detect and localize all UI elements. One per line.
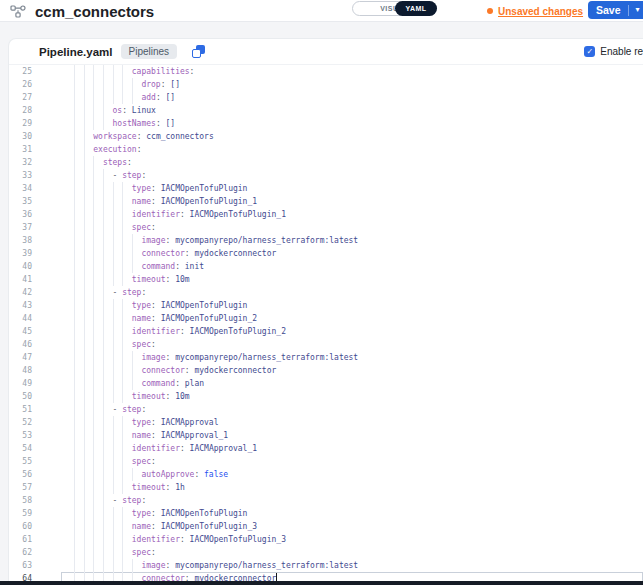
code-line[interactable]: 38image: mycompanyrepo/harness_terraform… [9,234,643,247]
yaml-key: identifier [132,210,180,219]
code-line[interactable]: 53name: IACMApproval_1 [9,429,643,442]
yaml-key: hostNames [113,119,156,128]
line-number: 35 [9,195,32,208]
code-line[interactable]: 63image: mycompanyrepo/harness_terraform… [9,559,643,572]
code-line[interactable]: 26drop: [] [9,78,643,91]
yaml-value: 1h [170,483,184,492]
checkbox-checked-icon[interactable]: ✓ [584,46,595,57]
code-line[interactable]: 43type: IACMOpenTofuPlugin [9,299,643,312]
code-line[interactable]: 62spec: [9,546,643,559]
yaml-key: step [122,288,141,297]
yaml-key: spec [132,548,151,557]
line-number: 51 [9,403,32,416]
code-line[interactable]: 56autoApprove: false [9,468,643,481]
yaml-key: timeout [132,392,166,401]
copy-icon[interactable] [192,45,205,58]
indent-guides [74,546,132,559]
indent-guides [74,364,141,377]
indent-guides [74,195,132,208]
code-line[interactable]: 44name: IACMOpenTofuPlugin_2 [9,312,643,325]
enable-read-label: Enable read/ [600,46,643,57]
code-line[interactable]: 42- step: [9,286,643,299]
code-line[interactable]: 55spec: [9,455,643,468]
code-line[interactable]: 50timeout: 10m [9,390,643,403]
code-line[interactable]: 32steps: [9,156,643,169]
code-line[interactable]: 51- step: [9,403,643,416]
indent-guides [74,91,141,104]
yaml-key: type [132,301,151,310]
unsaved-changes-link[interactable]: Unsaved changes [498,6,583,17]
yaml-value: [] [166,80,180,89]
code-line[interactable]: 35name: IACMOpenTofuPlugin_1 [9,195,643,208]
code-line[interactable]: 45identifier: IACMOpenTofuPlugin_2 [9,325,643,338]
yaml-value: IACMApproval_1 [156,431,228,440]
line-number: 55 [9,455,32,468]
yaml-key: image [141,353,165,362]
yaml-value: false [199,470,228,479]
code-line[interactable]: 34type: IACMOpenTofuPlugin [9,182,643,195]
code-line[interactable]: 60name: IACMOpenTofuPlugin_3 [9,520,643,533]
chevron-down-icon[interactable]: ▾ [636,6,640,14]
indent-guides [74,156,103,169]
indent-guides [74,416,132,429]
code-line[interactable]: 27add: [] [9,91,643,104]
yaml-key: command [141,379,175,388]
code-line-text: timeout: 10m [61,273,643,286]
line-number: 29 [9,117,32,130]
code-line[interactable]: 28os: Linux [9,104,643,117]
yaml-key: workspace [93,132,136,141]
code-line-text: type: IACMApproval [61,416,643,429]
yaml-value: mycompanyrepo/harness_terraform:latest [170,561,358,570]
code-line-text: execution: [61,143,643,156]
code-line[interactable]: 54identifier: IACMApproval_1 [9,442,643,455]
code-line[interactable]: 37spec: [9,221,643,234]
save-button[interactable]: Save ▾ [588,1,643,19]
code-line-text: identifier: IACMOpenTofuPlugin_3 [61,533,643,546]
yaml-editor-card: Pipeline.yaml Pipelines ✓ Enable read/ 2… [8,38,643,585]
yaml-key: type [132,418,151,427]
yaml-key: drop [141,80,160,89]
yaml-key: name [132,197,151,206]
indent-guides [74,442,132,455]
code-line[interactable]: 58- step: [9,494,643,507]
code-line[interactable]: 31execution: [9,143,643,156]
indent-guides [74,390,132,403]
line-number: 53 [9,429,32,442]
code-line[interactable]: 40command: init [9,260,643,273]
indent-guides [74,234,141,247]
yaml-key: connector [141,249,184,258]
code-line[interactable]: 25capabilities: [9,65,643,78]
yaml-value: IACMOpenTofuPlugin_2 [156,314,257,323]
code-line[interactable]: 57timeout: 1h [9,481,643,494]
yaml-key: step [122,496,141,505]
code-line[interactable]: 33- step: [9,169,643,182]
yaml-key: identifier [132,535,180,544]
indent-guides [74,130,93,143]
code-line[interactable]: 48connector: mydockerconnector [9,364,643,377]
toggle-yaml-option[interactable]: YAML [395,1,437,16]
page-title: ccm_connectors [35,3,154,20]
code-line[interactable]: 36identifier: IACMOpenTofuPlugin_1 [9,208,643,221]
yaml-key: spec [132,223,151,232]
code-line[interactable]: 39connector: mydockerconnector [9,247,643,260]
code-line[interactable]: 41timeout: 10m [9,273,643,286]
code-line-text: - step: [61,403,643,416]
code-line[interactable]: 61identifier: IACMOpenTofuPlugin_3 [9,533,643,546]
line-number: 28 [9,104,32,117]
line-number: 63 [9,559,32,572]
code-line[interactable]: 29hostNames: [] [9,117,643,130]
code-line[interactable]: 47image: mycompanyrepo/harness_terraform… [9,351,643,364]
code-line[interactable]: 30workspace: ccm_connectors [9,130,643,143]
yaml-code-editor[interactable]: 25capabilities:26drop: []27add: []28os: … [9,65,643,585]
code-line-text: type: IACMOpenTofuPlugin [61,182,643,195]
code-line-text: timeout: 10m [61,390,643,403]
code-line-text: image: mycompanyrepo/harness_terraform:l… [61,234,643,247]
indent-guides [74,299,132,312]
title-group: ccm_connectors [10,0,154,22]
enable-read-toggle[interactable]: ✓ Enable read/ [584,46,643,57]
code-line[interactable]: 52type: IACMApproval [9,416,643,429]
code-line[interactable]: 49command: plan [9,377,643,390]
code-line[interactable]: 46spec: [9,338,643,351]
code-line[interactable]: 59type: IACMOpenTofuPlugin [9,507,643,520]
yaml-value: [] [161,93,175,102]
